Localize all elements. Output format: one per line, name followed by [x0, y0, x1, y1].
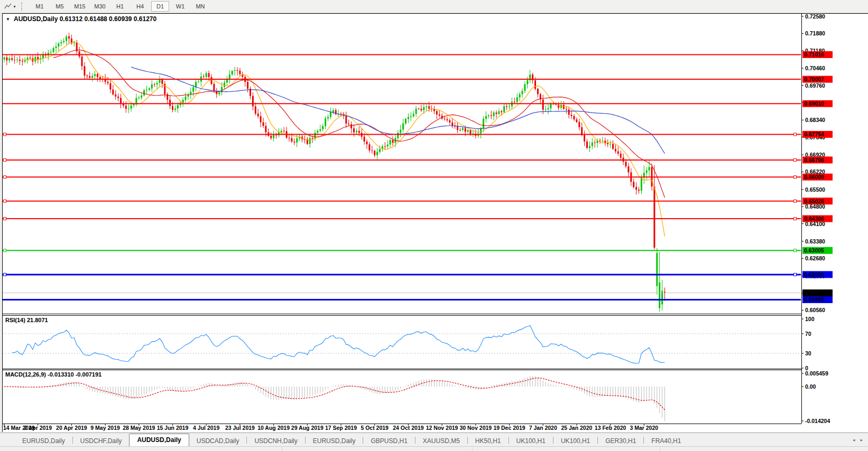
tab-scroll-left-icon[interactable]: ◂ [853, 437, 855, 443]
level-handle[interactable] [4, 200, 6, 202]
candle-body [350, 124, 352, 128]
candle-body [467, 130, 469, 132]
chart-tab-gbpusd-h1[interactable]: GBPUSD,H1 [363, 436, 414, 447]
chart-tab-usdcnh-daily[interactable]: USDCNH,Daily [247, 436, 304, 447]
candle-body [483, 119, 484, 128]
chart-tab-usdchf-daily[interactable]: USDCHF,Daily [73, 436, 130, 447]
candle-body [408, 117, 409, 119]
timeframe-button-m5[interactable]: M5 [51, 1, 69, 12]
timeframe-button-h1[interactable]: H1 [111, 1, 129, 12]
timeframe-button-m15[interactable]: M15 [71, 1, 89, 12]
candle-body [607, 143, 608, 144]
candle-body [4, 58, 5, 60]
level-handle[interactable] [794, 218, 797, 220]
candle-body [68, 36, 70, 39]
price-level-badge-label: 0.71016 [804, 51, 824, 58]
candle-body [255, 106, 256, 114]
candle-body [615, 149, 616, 152]
chart-tab-eurusd-daily[interactable]: EURUSD,Daily [15, 436, 72, 447]
level-handle[interactable] [794, 249, 797, 252]
level-handle[interactable] [794, 133, 797, 136]
symbol-expander-icon[interactable]: ▼ [6, 17, 10, 22]
candle-body [496, 112, 497, 114]
chart-tab-fra40-h1[interactable]: FRA40,H1 [644, 436, 688, 447]
level-handle[interactable] [4, 133, 6, 136]
chart-line-tool-icon[interactable]: ▾ [2, 1, 18, 12]
candle-body [358, 131, 360, 133]
candle-body [574, 116, 575, 119]
tab-scroll-right-icon[interactable]: ▸ [860, 437, 863, 443]
candle-body [514, 102, 515, 102]
candle-body [203, 77, 205, 77]
candle-body [50, 52, 52, 53]
candle-body [420, 109, 422, 110]
timeframe-button-d1[interactable]: D1 [151, 1, 169, 12]
candle-body [164, 84, 165, 95]
status-separator [660, 447, 660, 451]
candle-body [509, 106, 510, 107]
zigzag-icon [4, 3, 13, 10]
date-tick-label: 30 Nov 2019 [459, 425, 492, 431]
candle-body [312, 138, 313, 138]
candle-body [138, 98, 140, 98]
candle-body [522, 91, 523, 94]
rsi-axis-label: 100 [805, 316, 815, 322]
candle-body [24, 60, 26, 62]
price-level-badge-label: 0.69010 [804, 100, 824, 107]
candle-body [185, 97, 187, 100]
chart-tab-usdcad-daily[interactable]: USDCAD,Daily [189, 436, 247, 447]
date-tick-label: 12 Nov 2019 [426, 425, 458, 431]
candle-body [506, 106, 507, 107]
chart-tab-hk50-h1[interactable]: HK50,H1 [468, 436, 509, 447]
candle-body [79, 51, 80, 57]
chart-title-ohlc: AUDUSD,Daily 0.61312 0.61488 0.60939 0.6… [14, 15, 157, 23]
candle-body [457, 126, 458, 130]
candle-body [333, 110, 334, 112]
timeframe-button-m1[interactable]: M1 [31, 1, 49, 12]
candle-body [16, 60, 18, 60]
chart-tab-xauusd-m5[interactable]: XAUUSD,M5 [415, 436, 467, 447]
price-level-badge-label: 0.62020 [804, 271, 824, 278]
candle-body [169, 100, 171, 106]
candle-body [182, 100, 184, 102]
level-handle[interactable] [4, 249, 6, 252]
candle-body [37, 57, 39, 60]
timeframe-button-m30[interactable]: M30 [91, 1, 109, 12]
level-handle[interactable] [794, 158, 797, 161]
timeframe-button-w1[interactable]: W1 [171, 1, 189, 12]
date-tick-label: 10 Aug 2019 [257, 425, 290, 431]
level-handle[interactable] [4, 158, 6, 161]
candle-body [73, 43, 75, 43]
chart-tab-eurusd-daily[interactable]: EURUSD,Daily [306, 436, 363, 447]
candle-body [612, 144, 614, 149]
macd-label: MACD(12,26,9) -0.013310 -0.007191 [5, 371, 101, 378]
chart-tab-ger30-h1[interactable]: GER30,H1 [598, 436, 643, 447]
chart-tab-uk100-h1[interactable]: UK100,H1 [553, 436, 597, 447]
rsi-axis-label: 70 [805, 331, 811, 337]
chart-tab-audusd-daily[interactable]: AUDUSD,Daily [129, 434, 189, 447]
candle-body [141, 96, 142, 98]
chart-canvas: ▼AUDUSD,Daily 0.61312 0.61488 0.60939 0.… [0, 0, 868, 451]
candle-body [374, 151, 375, 155]
level-handle[interactable] [794, 273, 797, 276]
candle-body [206, 73, 207, 77]
level-handle[interactable] [794, 176, 797, 178]
level-handle[interactable] [4, 218, 6, 220]
level-handle[interactable] [794, 200, 797, 202]
timeframe-button-h4[interactable]: H4 [131, 1, 149, 12]
tool-caret-icon[interactable]: ▾ [13, 4, 15, 9]
axis-tick-label: 0.72580 [805, 13, 825, 20]
candle-body [97, 74, 98, 77]
level-handle[interactable] [4, 176, 6, 178]
candle-body [589, 146, 590, 148]
candle-body [115, 95, 116, 97]
candle-body [60, 42, 62, 43]
date-tick-label: 2 Apr 2019 [24, 425, 52, 431]
chart-tab-uk100-h1[interactable]: UK100,H1 [509, 436, 553, 447]
candle-body [348, 124, 349, 124]
date-tick-label: 28 May 2019 [123, 425, 155, 431]
candle-body [366, 142, 368, 144]
level-handle[interactable] [4, 273, 6, 276]
candle-body [638, 190, 640, 191]
timeframe-button-mn[interactable]: MN [191, 1, 209, 12]
